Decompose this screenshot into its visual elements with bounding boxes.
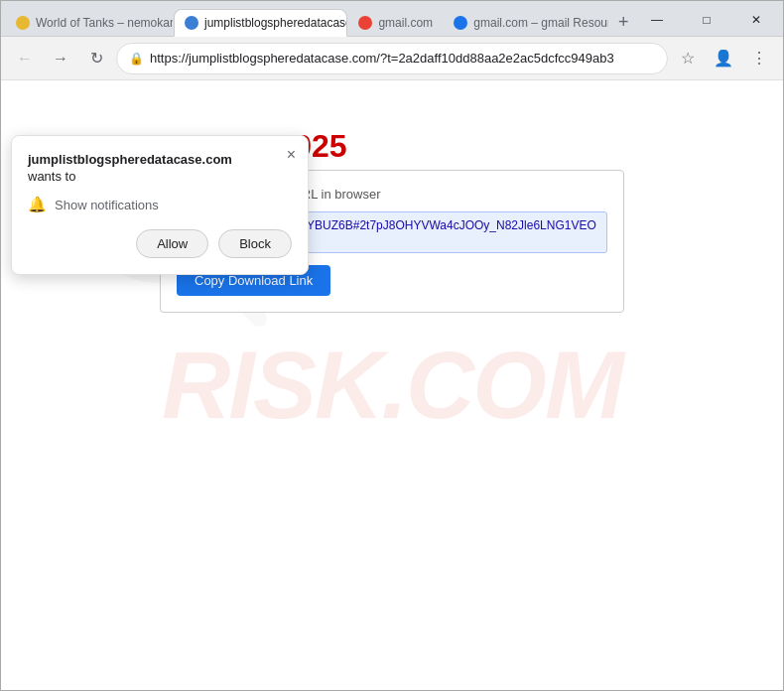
tab-wot-favicon: [16, 16, 30, 30]
profile-button[interactable]: 👤: [708, 43, 739, 74]
tab-sgmail-label: gmail.com – gmail Resour...: [473, 16, 608, 30]
bookmark-button[interactable]: ☆: [672, 43, 704, 74]
lock-icon: 🔒: [129, 52, 144, 66]
page-content: RISK.COM s: 2025 Copy and paste the URL …: [1, 80, 783, 690]
tab-jump-label: jumplistblogspheredatacase...: [204, 16, 347, 30]
window-controls: — □ ✕: [634, 4, 779, 36]
allow-button[interactable]: Allow: [136, 229, 208, 258]
popup-actions: Allow Block: [28, 229, 292, 258]
minimize-button[interactable]: —: [634, 4, 680, 36]
watermark-text: RISK.COM: [162, 331, 622, 440]
tab-bar: World of Tanks – nemokan... × jumplistbl…: [1, 1, 783, 37]
popup-domain: jumplistblogspheredatacase.com: [28, 152, 292, 167]
notification-popup: × jumplistblogspheredatacase.com wants t…: [11, 135, 309, 275]
bell-icon: 🔔: [28, 196, 47, 213]
tab-gmail[interactable]: gmail.com ×: [347, 8, 443, 36]
browser-window: World of Tanks – nemokan... × jumplistbl…: [0, 0, 784, 691]
popup-permission-label: Show notifications: [55, 198, 159, 212]
tab-jump-favicon: [185, 16, 198, 30]
new-tab-button[interactable]: +: [613, 8, 634, 36]
tab-gmail-label: gmail.com: [378, 16, 433, 30]
block-button[interactable]: Block: [218, 229, 292, 258]
tab-wot[interactable]: World of Tanks – nemokan... ×: [5, 8, 174, 36]
toolbar: ← → ↻ 🔒 https://jumplistblogspheredataca…: [1, 37, 783, 80]
address-bar[interactable]: 🔒 https://jumplistblogspheredatacase.com…: [116, 43, 668, 74]
tab-sgmail[interactable]: gmail.com – gmail Resour... ×: [443, 8, 608, 36]
reload-button[interactable]: ↻: [80, 43, 112, 74]
back-button[interactable]: ←: [9, 43, 41, 74]
address-text: https://jumplistblogspheredatacase.com/?…: [150, 51, 655, 66]
popup-wants-text: wants to: [28, 169, 292, 184]
tab-jump[interactable]: jumplistblogspheredatacase... ×: [174, 9, 347, 37]
forward-button[interactable]: →: [45, 43, 76, 74]
tab-gmail-favicon: [358, 16, 372, 30]
tab-sgmail-favicon: [454, 16, 467, 30]
close-button[interactable]: ✕: [733, 4, 779, 36]
menu-button[interactable]: ⋮: [743, 43, 775, 74]
tab-wot-label: World of Tanks – nemokan...: [36, 16, 174, 30]
popup-close-button[interactable]: ×: [287, 146, 296, 164]
popup-permission-row: 🔔 Show notifications: [28, 196, 292, 213]
maximize-button[interactable]: □: [684, 4, 729, 36]
